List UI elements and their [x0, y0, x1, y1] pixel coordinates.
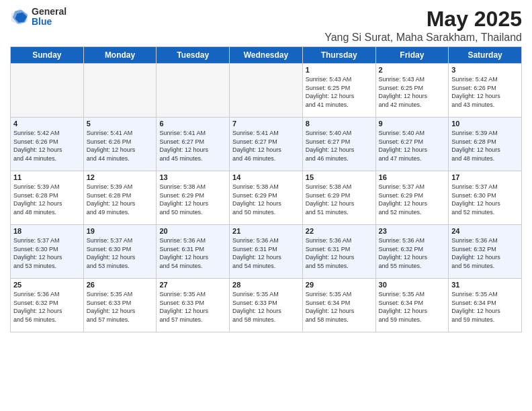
table-row: 10Sunrise: 5:39 AM Sunset: 6:28 PM Dayli… — [449, 118, 522, 171]
header-row: Sunday Monday Tuesday Wednesday Thursday… — [11, 47, 522, 64]
day-number: 29 — [306, 281, 373, 289]
cell-info: Sunrise: 5:35 AM Sunset: 6:33 PM Dayligh… — [232, 290, 300, 324]
table-row: 4Sunrise: 5:42 AM Sunset: 6:26 PM Daylig… — [11, 118, 84, 171]
day-number: 26 — [87, 281, 154, 289]
table-row: 28Sunrise: 5:35 AM Sunset: 6:33 PM Dayli… — [230, 279, 303, 332]
day-number: 3 — [451, 66, 519, 74]
logo-icon — [10, 7, 29, 26]
cell-info: Sunrise: 5:37 AM Sunset: 6:29 PM Dayligh… — [379, 183, 446, 216]
table-row: 26Sunrise: 5:35 AM Sunset: 6:33 PM Dayli… — [83, 279, 157, 332]
day-number: 22 — [306, 227, 373, 235]
header-friday: Friday — [375, 47, 449, 64]
cell-info: Sunrise: 5:37 AM Sunset: 6:30 PM Dayligh… — [87, 236, 154, 270]
day-number: 10 — [451, 120, 519, 128]
week-row-3: 11Sunrise: 5:39 AM Sunset: 6:28 PM Dayli… — [11, 171, 522, 225]
header-wednesday: Wednesday — [230, 47, 303, 64]
day-number: 20 — [159, 227, 226, 235]
header: General Blue May 2025 Yang Si Surat, Mah… — [10, 7, 522, 44]
table-row: 22Sunrise: 5:36 AM Sunset: 6:31 PM Dayli… — [302, 225, 375, 279]
cell-info: Sunrise: 5:36 AM Sunset: 6:31 PM Dayligh… — [306, 236, 373, 270]
day-number: 9 — [379, 120, 446, 128]
header-tuesday: Tuesday — [157, 47, 230, 64]
cell-info: Sunrise: 5:39 AM Sunset: 6:28 PM Dayligh… — [451, 129, 519, 163]
table-row: 7Sunrise: 5:41 AM Sunset: 6:27 PM Daylig… — [230, 118, 303, 171]
cell-info: Sunrise: 5:41 AM Sunset: 6:27 PM Dayligh… — [232, 129, 300, 163]
day-number: 13 — [159, 173, 226, 181]
logo-general-text: General — [32, 7, 66, 17]
subtitle: Yang Si Surat, Maha Sarakham, Thailand — [324, 32, 522, 44]
day-number: 28 — [232, 281, 300, 289]
day-number: 19 — [87, 227, 154, 235]
table-row — [83, 64, 157, 118]
cell-info: Sunrise: 5:36 AM Sunset: 6:31 PM Dayligh… — [159, 236, 226, 270]
table-row — [230, 64, 303, 118]
week-row-1: 1Sunrise: 5:43 AM Sunset: 6:25 PM Daylig… — [11, 64, 522, 118]
page-container: General Blue May 2025 Yang Si Surat, Mah… — [0, 0, 532, 336]
cell-info: Sunrise: 5:36 AM Sunset: 6:32 PM Dayligh… — [379, 236, 446, 270]
cell-info: Sunrise: 5:35 AM Sunset: 6:33 PM Dayligh… — [159, 290, 226, 324]
table-row: 5Sunrise: 5:41 AM Sunset: 6:26 PM Daylig… — [83, 118, 157, 171]
cell-info: Sunrise: 5:42 AM Sunset: 6:26 PM Dayligh… — [13, 129, 81, 163]
day-number: 2 — [379, 66, 446, 74]
cell-info: Sunrise: 5:36 AM Sunset: 6:32 PM Dayligh… — [451, 236, 519, 270]
cell-info: Sunrise: 5:36 AM Sunset: 6:32 PM Dayligh… — [13, 290, 81, 324]
table-row: 8Sunrise: 5:40 AM Sunset: 6:27 PM Daylig… — [302, 118, 375, 171]
table-row: 9Sunrise: 5:40 AM Sunset: 6:27 PM Daylig… — [375, 118, 449, 171]
table-row — [11, 64, 84, 118]
day-number: 14 — [232, 173, 300, 181]
table-row: 21Sunrise: 5:36 AM Sunset: 6:31 PM Dayli… — [230, 225, 303, 279]
table-row: 27Sunrise: 5:35 AM Sunset: 6:33 PM Dayli… — [157, 279, 230, 332]
day-number: 21 — [232, 227, 300, 235]
cell-info: Sunrise: 5:40 AM Sunset: 6:27 PM Dayligh… — [306, 129, 373, 163]
day-number: 24 — [451, 227, 519, 235]
header-saturday: Saturday — [449, 47, 522, 64]
cell-info: Sunrise: 5:38 AM Sunset: 6:29 PM Dayligh… — [159, 183, 226, 216]
header-thursday: Thursday — [302, 47, 375, 64]
cell-info: Sunrise: 5:41 AM Sunset: 6:27 PM Dayligh… — [159, 129, 226, 163]
table-row: 29Sunrise: 5:35 AM Sunset: 6:34 PM Dayli… — [302, 279, 375, 332]
cell-info: Sunrise: 5:35 AM Sunset: 6:34 PM Dayligh… — [451, 290, 519, 324]
table-row: 17Sunrise: 5:37 AM Sunset: 6:30 PM Dayli… — [449, 171, 522, 225]
table-row: 6Sunrise: 5:41 AM Sunset: 6:27 PM Daylig… — [157, 118, 230, 171]
table-row: 24Sunrise: 5:36 AM Sunset: 6:32 PM Dayli… — [449, 225, 522, 279]
day-number: 23 — [379, 227, 446, 235]
cell-info: Sunrise: 5:36 AM Sunset: 6:31 PM Dayligh… — [232, 236, 300, 270]
week-row-5: 25Sunrise: 5:36 AM Sunset: 6:32 PM Dayli… — [11, 279, 522, 332]
day-number: 6 — [159, 120, 226, 128]
table-row — [157, 64, 230, 118]
cell-info: Sunrise: 5:42 AM Sunset: 6:26 PM Dayligh… — [451, 75, 519, 109]
day-number: 30 — [379, 281, 446, 289]
day-number: 15 — [306, 173, 373, 181]
table-row: 18Sunrise: 5:37 AM Sunset: 6:30 PM Dayli… — [11, 225, 84, 279]
cell-info: Sunrise: 5:39 AM Sunset: 6:28 PM Dayligh… — [13, 183, 81, 216]
cell-info: Sunrise: 5:40 AM Sunset: 6:27 PM Dayligh… — [379, 129, 446, 163]
day-number: 16 — [379, 173, 446, 181]
day-number: 7 — [232, 120, 300, 128]
table-row: 11Sunrise: 5:39 AM Sunset: 6:28 PM Dayli… — [11, 171, 84, 225]
cell-info: Sunrise: 5:35 AM Sunset: 6:34 PM Dayligh… — [306, 290, 373, 324]
table-row: 13Sunrise: 5:38 AM Sunset: 6:29 PM Dayli… — [157, 171, 230, 225]
main-title: May 2025 — [324, 7, 522, 32]
table-row: 2Sunrise: 5:43 AM Sunset: 6:25 PM Daylig… — [375, 64, 449, 118]
table-row: 15Sunrise: 5:38 AM Sunset: 6:29 PM Dayli… — [302, 171, 375, 225]
header-monday: Monday — [83, 47, 157, 64]
logo-blue-text: Blue — [32, 17, 66, 27]
cell-info: Sunrise: 5:37 AM Sunset: 6:30 PM Dayligh… — [451, 183, 519, 216]
table-row: 19Sunrise: 5:37 AM Sunset: 6:30 PM Dayli… — [83, 225, 157, 279]
week-row-4: 18Sunrise: 5:37 AM Sunset: 6:30 PM Dayli… — [11, 225, 522, 279]
cell-info: Sunrise: 5:41 AM Sunset: 6:26 PM Dayligh… — [87, 129, 154, 163]
day-number: 1 — [306, 66, 373, 74]
cell-info: Sunrise: 5:39 AM Sunset: 6:28 PM Dayligh… — [87, 183, 154, 216]
day-number: 11 — [13, 173, 81, 181]
cell-info: Sunrise: 5:38 AM Sunset: 6:29 PM Dayligh… — [232, 183, 300, 216]
table-row: 16Sunrise: 5:37 AM Sunset: 6:29 PM Dayli… — [375, 171, 449, 225]
day-number: 18 — [13, 227, 81, 235]
day-number: 17 — [451, 173, 519, 181]
day-number: 5 — [87, 120, 154, 128]
table-row: 14Sunrise: 5:38 AM Sunset: 6:29 PM Dayli… — [230, 171, 303, 225]
logo-text: General Blue — [32, 7, 66, 28]
logo: General Blue — [10, 7, 66, 28]
day-number: 25 — [13, 281, 81, 289]
table-row: 1Sunrise: 5:43 AM Sunset: 6:25 PM Daylig… — [302, 64, 375, 118]
day-number: 4 — [13, 120, 81, 128]
